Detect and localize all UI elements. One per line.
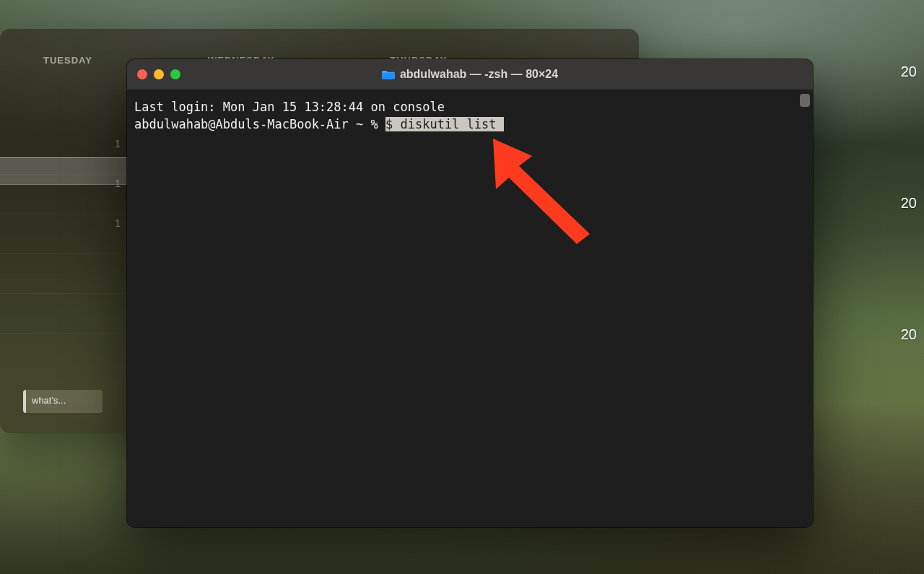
desktop-date-badge: 20 xyxy=(901,326,917,343)
terminal-prompt: abdulwahab@Abduls-MacBook-Air ~ % xyxy=(134,117,385,131)
folder-icon xyxy=(382,69,395,79)
traffic-lights xyxy=(127,69,180,79)
window-title: abdulwahab — -zsh — 80×24 xyxy=(127,68,813,81)
window-title-text: abdulwahab — -zsh — 80×24 xyxy=(400,68,558,81)
calendar-day-label: TUESDAY xyxy=(43,55,92,66)
terminal-command-selected[interactable]: $ diskutil list xyxy=(385,117,497,131)
zoom-button[interactable] xyxy=(170,69,180,79)
terminal-prompt-line: abdulwahab@Abduls-MacBook-Air ~ % $ disk… xyxy=(134,116,807,133)
desktop-date-badge: 20 xyxy=(901,195,917,212)
desktop-date-badge: 20 xyxy=(901,64,917,80)
calendar-hour-label: 1 xyxy=(115,178,121,189)
calendar-event[interactable]: what's... xyxy=(23,390,103,413)
minimize-button[interactable] xyxy=(154,69,164,79)
terminal-content[interactable]: Last login: Mon Jan 15 13:28:44 on conso… xyxy=(127,90,813,527)
close-button[interactable] xyxy=(137,69,147,79)
scrollbar-thumb[interactable] xyxy=(800,94,810,107)
terminal-window[interactable]: abdulwahab — -zsh — 80×24 Last login: Mo… xyxy=(127,59,813,527)
terminal-output-line: Last login: Mon Jan 15 13:28:44 on conso… xyxy=(134,98,807,116)
calendar-hour-label: 1 xyxy=(115,138,121,149)
window-titlebar[interactable]: abdulwahab — -zsh — 80×24 xyxy=(127,59,813,90)
calendar-hour-label: 1 xyxy=(115,217,121,229)
terminal-cursor xyxy=(497,117,504,131)
